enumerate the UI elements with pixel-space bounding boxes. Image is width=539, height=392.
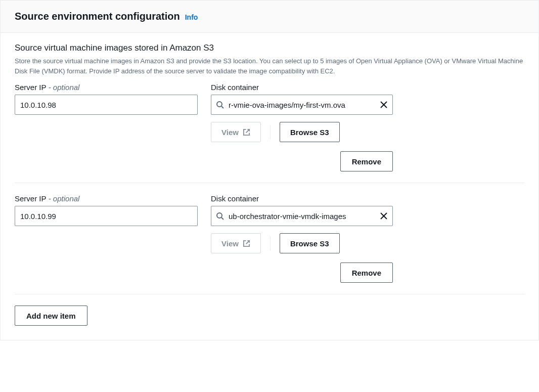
remove-label: Remove xyxy=(352,269,381,277)
section-description: Store the source virtual machine images … xyxy=(15,56,524,76)
panel-header: Source environment configuration Info xyxy=(1,1,538,33)
divider xyxy=(270,236,271,250)
info-link[interactable]: Info xyxy=(185,13,198,21)
panel-body: Source virtual machine images stored in … xyxy=(1,33,538,340)
section-title: Source virtual machine images stored in … xyxy=(15,43,524,53)
browse-s3-button[interactable]: Browse S3 xyxy=(280,122,340,142)
browse-s3-label: Browse S3 xyxy=(290,128,329,137)
server-ip-input[interactable] xyxy=(15,95,198,115)
view-button-label: View xyxy=(221,128,239,137)
add-new-item-label: Add new item xyxy=(26,312,76,320)
svg-line-9 xyxy=(246,240,249,244)
optional-text: - optional xyxy=(47,83,80,92)
divider xyxy=(270,125,271,139)
remove-button[interactable]: Remove xyxy=(340,151,393,171)
disk-container-input[interactable] xyxy=(211,206,393,226)
disk-container-label: Disk container xyxy=(211,194,393,203)
panel-title: Source environment configuration xyxy=(15,11,180,22)
view-button: View xyxy=(211,233,261,253)
external-icon xyxy=(243,240,250,247)
source-item: Server IP - optional Disk container xyxy=(15,83,524,183)
browse-s3-button[interactable]: Browse S3 xyxy=(280,233,340,253)
disk-container-input[interactable] xyxy=(211,95,393,115)
clear-icon[interactable] xyxy=(380,212,388,220)
server-ip-label-text: Server IP xyxy=(15,83,47,92)
server-ip-label: Server IP - optional xyxy=(15,194,198,203)
browse-s3-label: Browse S3 xyxy=(290,239,329,248)
external-icon xyxy=(243,128,250,136)
server-ip-label-text: Server IP xyxy=(15,194,47,203)
view-button-label: View xyxy=(221,239,239,248)
server-ip-input[interactable] xyxy=(15,206,198,226)
source-item: Server IP - optional Disk container xyxy=(15,194,524,294)
add-new-item-button[interactable]: Add new item xyxy=(15,306,87,326)
clear-icon[interactable] xyxy=(380,101,388,109)
svg-line-4 xyxy=(246,129,249,133)
source-environment-panel: Source environment configuration Info So… xyxy=(0,0,539,340)
view-button: View xyxy=(211,122,261,142)
remove-label: Remove xyxy=(352,157,381,166)
disk-container-label: Disk container xyxy=(211,83,393,92)
server-ip-label: Server IP - optional xyxy=(15,83,198,92)
optional-text: - optional xyxy=(47,194,80,203)
remove-button[interactable]: Remove xyxy=(340,263,393,283)
